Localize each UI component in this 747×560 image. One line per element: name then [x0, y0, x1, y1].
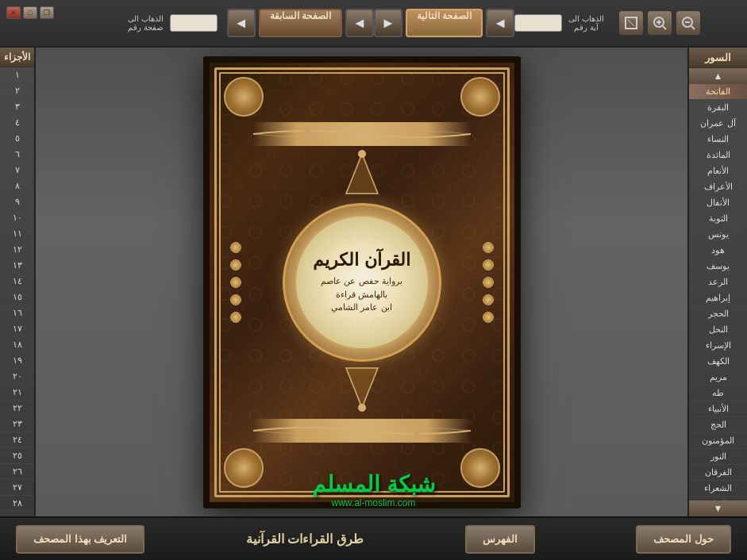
- ajzaa-list: ١٢٣٤٥٦٧٨٩١٠١١١٢١٣١٤١٥١٦١٧١٨١٩٢٠٢١٢٢٢٣٢٤٢…: [0, 67, 34, 516]
- intro-button[interactable]: التعريف بهذا المصحف: [16, 525, 144, 554]
- ajzaa-item-27[interactable]: ٢٧: [0, 480, 34, 496]
- aya-number-input[interactable]: [514, 14, 562, 32]
- ajzaa-item-17[interactable]: ١٧: [0, 321, 34, 337]
- ajzaa-item-8[interactable]: ٨: [0, 178, 34, 194]
- surah-list: الفاتحةالبقرةآل عمرانالنساءالمائدةالأنعا…: [689, 84, 747, 501]
- watermark-url-text: www.al-moslim.com: [312, 497, 435, 508]
- goto-aya-group: الذهاب الى آية رقم: [568, 14, 604, 32]
- next-page-button[interactable]: الصفحة التالية: [406, 9, 483, 37]
- window-controls: ❐ □ ✕: [6, 6, 54, 19]
- svg-line-1: [691, 26, 695, 29]
- ajzaa-item-4[interactable]: ٤: [0, 115, 34, 131]
- ajzaa-item-11[interactable]: ١١: [0, 226, 34, 242]
- ajzaa-item-15[interactable]: ١٥: [0, 290, 34, 305]
- nav-left-btn[interactable]: ◄: [486, 9, 514, 37]
- surah-item-20[interactable]: طه: [689, 385, 747, 401]
- ajzaa-item-26[interactable]: ٢٦: [0, 464, 34, 480]
- surah-item-8[interactable]: الأنفال: [689, 195, 747, 211]
- content-area: القرآن الكريم برواية حفص عن عاصم بالهامش…: [36, 48, 687, 516]
- ajzaa-item-25[interactable]: ٢٥: [0, 448, 34, 464]
- surah-item-2[interactable]: البقرة: [689, 100, 747, 116]
- surah-container: السور ▲ الفاتحةالبقرةآل عمرانالنساءالمائ…: [689, 48, 747, 516]
- ajzaa-item-2[interactable]: ٢: [0, 83, 34, 99]
- surah-item-6[interactable]: الأنعام: [689, 163, 747, 179]
- surah-item-25[interactable]: الفرقان: [689, 465, 747, 481]
- zoom-controls: [618, 10, 701, 36]
- nav-page-left-btn[interactable]: ◄: [227, 9, 256, 37]
- goto-aya-label: الذهاب الى: [568, 14, 604, 23]
- ajzaa-item-16[interactable]: ١٦: [0, 305, 34, 321]
- ajzaa-item-7[interactable]: ٧: [0, 163, 34, 178]
- surah-item-24[interactable]: النور: [689, 449, 747, 465]
- surah-item-16[interactable]: النحل: [689, 322, 747, 338]
- footer: حول المصحف الفهرس طرق القراءات القرآنية …: [0, 516, 747, 560]
- surah-item-19[interactable]: مريم: [689, 370, 747, 385]
- surah-item-1[interactable]: الفاتحة: [689, 84, 747, 100]
- surah-item-4[interactable]: النساء: [689, 132, 747, 148]
- surah-item-11[interactable]: هود: [689, 243, 747, 259]
- watermark: شبكة المسلم www.al-moslim.com: [312, 471, 435, 508]
- surah-item-26[interactable]: الشعراء: [689, 481, 747, 497]
- ajzaa-item-20[interactable]: ٢٠: [0, 369, 34, 385]
- ajzaa-item-21[interactable]: ٢١: [0, 385, 34, 401]
- surah-item-13[interactable]: الرعد: [689, 274, 747, 290]
- main-wrapper: ❐ □ ✕ الذهاب الى آية رقم ◄ الصفحة التالي…: [0, 0, 747, 560]
- surah-item-12[interactable]: يوسف: [689, 259, 747, 274]
- book-outer: القرآن الكريم برواية حفص عن عاصم بالهامش…: [203, 56, 521, 508]
- goto-page-group: الذهاب الى صفحة رقم: [128, 14, 164, 32]
- svg-line-4: [663, 26, 666, 29]
- surah-sidebar: السور ▲ الفاتحةالبقرةآل عمرانالنساءالمائ…: [687, 48, 747, 516]
- ajzaa-item-14[interactable]: ١٤: [0, 274, 34, 290]
- surah-item-21[interactable]: الأنبياء: [689, 401, 747, 417]
- ajzaa-header: الأجزاء: [0, 48, 34, 67]
- prev-page-button[interactable]: الصفحة السابقة: [259, 9, 342, 37]
- surah-item-22[interactable]: الحج: [689, 417, 747, 433]
- about-mushaf-button[interactable]: حول المصحف: [636, 525, 731, 554]
- footer-center: طرق القراءات القرآنية: [246, 531, 364, 547]
- surah-item-17[interactable]: الإسراء: [689, 338, 747, 354]
- aya-num-label: آية رقم: [574, 23, 599, 32]
- close-button[interactable]: ✕: [6, 6, 21, 19]
- page-num-label: صفحة رقم: [128, 23, 163, 32]
- ajzaa-item-3[interactable]: ٣: [0, 99, 34, 115]
- surah-scroll-down-button[interactable]: ▼: [689, 501, 747, 516]
- page-number-input[interactable]: [170, 14, 218, 32]
- surah-item-10[interactable]: يونس: [689, 227, 747, 243]
- ajzaa-item-6[interactable]: ٦: [0, 147, 34, 163]
- index-button[interactable]: الفهرس: [465, 525, 535, 554]
- surah-item-18[interactable]: الكهف: [689, 354, 747, 370]
- surah-item-9[interactable]: التوبة: [689, 211, 747, 227]
- surah-item-23[interactable]: المؤمنون: [689, 433, 747, 449]
- book-cover: القرآن الكريم برواية حفص عن عاصم بالهامش…: [203, 56, 521, 508]
- goto-page-label: الذهاب الى: [128, 14, 164, 23]
- surah-scroll-up-button[interactable]: ▲: [689, 68, 747, 84]
- ajzaa-item-1[interactable]: ١: [0, 67, 34, 83]
- ajzaa-item-23[interactable]: ٢٣: [0, 416, 34, 432]
- ajzaa-item-28[interactable]: ٢٨: [0, 496, 34, 512]
- maximize-button[interactable]: □: [23, 6, 37, 19]
- svg-line-8: [628, 20, 634, 26]
- surah-item-7[interactable]: الأعراف: [689, 179, 747, 195]
- zoom-out-button[interactable]: [676, 10, 701, 36]
- zoom-fit-button[interactable]: [618, 10, 644, 36]
- surah-item-14[interactable]: إبراهيم: [689, 290, 747, 306]
- ajzaa-item-18[interactable]: ١٨: [0, 337, 34, 353]
- ajzaa-item-19[interactable]: ١٩: [0, 353, 34, 369]
- zoom-in-button[interactable]: [647, 10, 672, 36]
- surah-item-3[interactable]: آل عمران: [689, 116, 747, 132]
- toolbar: ❐ □ ✕ الذهاب الى آية رقم ◄ الصفحة التالي…: [0, 0, 747, 48]
- surah-item-15[interactable]: الحجر: [689, 306, 747, 322]
- ajzaa-item-5[interactable]: ٥: [0, 131, 34, 147]
- ajzaa-item-10[interactable]: ١٠: [0, 210, 34, 226]
- ajzaa-sidebar: الأجزاء ١٢٣٤٥٦٧٨٩١٠١١١٢١٣١٤١٥١٦١٧١٨١٩٢٠٢…: [0, 48, 36, 516]
- ajzaa-item-13[interactable]: ١٣: [0, 258, 34, 274]
- surah-header: السور: [689, 48, 747, 68]
- ajzaa-item-22[interactable]: ٢٢: [0, 401, 34, 416]
- nav-prev-arrow[interactable]: ◄: [345, 9, 374, 37]
- nav-next-arrow[interactable]: ►: [374, 9, 402, 37]
- surah-item-5[interactable]: المائدة: [689, 148, 747, 163]
- ajzaa-item-24[interactable]: ٢٤: [0, 432, 34, 448]
- ajzaa-item-12[interactable]: ١٢: [0, 242, 34, 258]
- ajzaa-item-9[interactable]: ٩: [0, 194, 34, 210]
- minimize-button[interactable]: ❐: [40, 6, 54, 19]
